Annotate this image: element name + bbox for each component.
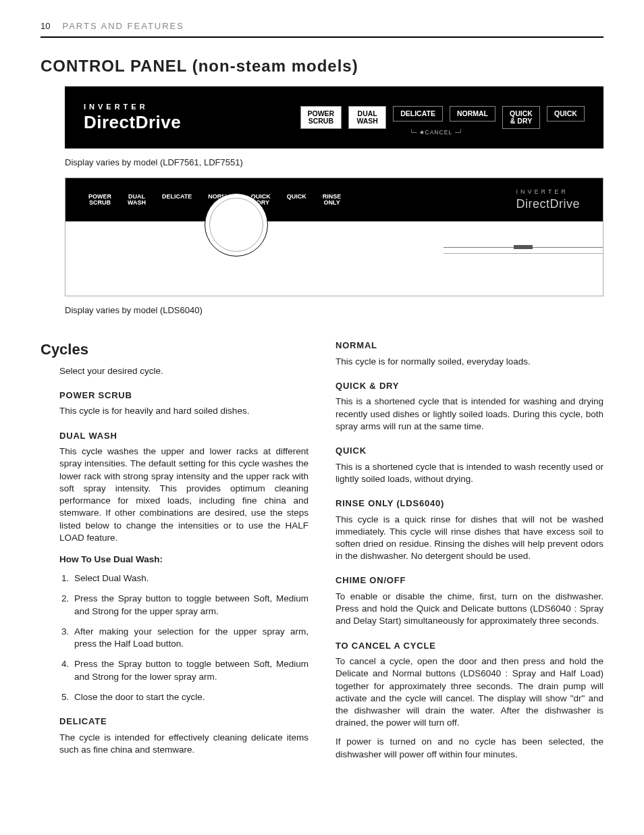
list-item: After making your selection for the uppe… bbox=[72, 626, 308, 650]
quick-and-dry-heading: QUICK & DRY bbox=[336, 380, 603, 392]
quick-heading: QUICK bbox=[336, 445, 603, 457]
howto-steps: Select Dual Wash. Press the Spray button… bbox=[72, 572, 308, 703]
rinse-only-text: This cycle is a quick rinse for dishes t… bbox=[336, 514, 603, 563]
normal-heading: NORMAL bbox=[336, 340, 603, 352]
power-scrub-heading: POWER SCRUB bbox=[59, 389, 308, 402]
dual-wash-button: DUAL WASH bbox=[348, 106, 386, 129]
section-name: PARTS AND FEATURES bbox=[62, 20, 184, 32]
page-header: 10 PARTS AND FEATURES bbox=[41, 20, 603, 38]
dial-icon bbox=[205, 193, 268, 257]
cancel-label: └─ ★CANCEL ─┘ bbox=[410, 129, 462, 136]
normal-text: This cycle is for normally soiled, every… bbox=[336, 356, 603, 368]
brand-inverter: INVERTER bbox=[84, 103, 181, 111]
brand-logo-small: INVERTER DirectDrive bbox=[516, 188, 580, 212]
list-item: Select Dual Wash. bbox=[72, 572, 308, 585]
content-columns: Cycles Select your desired cycle. POWER … bbox=[41, 340, 603, 767]
delicate-text: The cycle is intended for effectively cl… bbox=[59, 732, 308, 756]
quick-and-dry-text: This is a shortened cycle that is intend… bbox=[336, 396, 603, 433]
delicate-heading: DELICATE bbox=[59, 716, 308, 728]
power-scrub-button: POWER SCRUB bbox=[300, 106, 342, 129]
cycles-intro: Select your desired cycle. bbox=[59, 365, 308, 377]
left-column: Cycles Select your desired cycle. POWER … bbox=[41, 340, 308, 767]
normal-button: NORMAL bbox=[450, 106, 495, 122]
delicate-button: DELICATE bbox=[393, 106, 443, 122]
dual-wash-text: This cycle washes the upper and lower ra… bbox=[59, 446, 308, 544]
right-column: NORMAL This cycle is for normally soiled… bbox=[336, 340, 603, 767]
chime-text: To enable or disable the chime, first, t… bbox=[336, 591, 603, 628]
power-scrub-text: This cycle is for heavily and hard soile… bbox=[59, 405, 308, 417]
quick-button: QUICK bbox=[547, 106, 585, 122]
list-item: Press the Spray button to toggle between… bbox=[72, 593, 308, 617]
cancel-cycle-heading: TO CANCEL A CYCLE bbox=[336, 640, 603, 652]
page-title: CONTROL PANEL (non-steam models) bbox=[41, 55, 603, 77]
control-panel-image-2: POWERSCRUB DUALWASH DELICATE NORMAL QUIC… bbox=[65, 178, 603, 296]
chime-heading: CHIME ON/OFF bbox=[336, 574, 603, 587]
detergent-lid-icon bbox=[444, 247, 603, 296]
list-item: Press the Spray button to toggle between… bbox=[72, 658, 308, 682]
cancel-cycle-text-2: If power is turned on and no cycle has b… bbox=[336, 736, 603, 760]
page-number: 10 bbox=[41, 20, 50, 32]
cancel-cycle-text-1: To cancel a cycle, open the door and the… bbox=[336, 655, 603, 729]
cycles-heading: Cycles bbox=[41, 340, 308, 360]
control-panel-image-1: INVERTER DirectDrive POWER SCRUB DUAL WA… bbox=[65, 86, 603, 149]
rinse-only-heading: RINSE ONLY (LDS6040) bbox=[336, 497, 603, 510]
brand-directdrive: DirectDrive bbox=[84, 113, 181, 131]
brand-logo: INVERTER DirectDrive bbox=[84, 103, 181, 131]
caption-2: Display varies by model (LDS6040) bbox=[65, 304, 603, 317]
quick-text: This is a shortened cycle that is intend… bbox=[336, 461, 603, 485]
howto-heading: How To Use Dual Wash: bbox=[59, 554, 308, 566]
quick-and-dry-button: QUICK & DRY bbox=[502, 106, 540, 129]
dual-wash-heading: DUAL WASH bbox=[59, 430, 308, 442]
list-item: Close the door to start the cycle. bbox=[72, 691, 308, 703]
cycle-buttons-row: POWER SCRUB DUAL WASH DELICATE NORMAL QU… bbox=[300, 106, 585, 129]
caption-1: Display varies by model (LDF7561, LDF755… bbox=[65, 157, 603, 169]
